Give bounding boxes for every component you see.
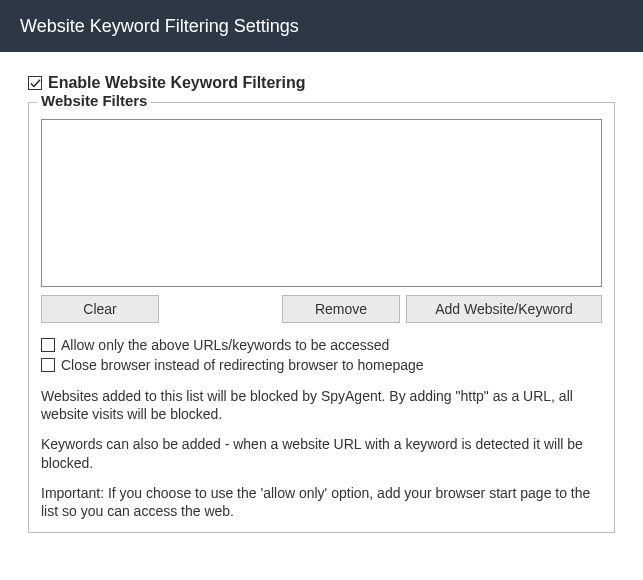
enable-filtering-row: Enable Website Keyword Filtering [28, 74, 615, 92]
allow-only-row: Allow only the above URLs/keywords to be… [41, 337, 602, 353]
titlebar: Website Keyword Filtering Settings [0, 0, 643, 52]
website-filters-group: Website Filters Clear Remove Add Website… [28, 102, 615, 533]
allow-only-label: Allow only the above URLs/keywords to be… [61, 337, 389, 353]
enable-filtering-checkbox[interactable] [28, 76, 42, 90]
enable-filtering-label: Enable Website Keyword Filtering [48, 74, 306, 92]
website-filters-legend: Website Filters [37, 92, 151, 109]
close-browser-label: Close browser instead of redirecting bro… [61, 357, 424, 373]
filters-listbox[interactable] [41, 119, 602, 287]
page-title: Website Keyword Filtering Settings [20, 16, 299, 37]
help-text-keywords: Keywords can also be added - when a webs… [41, 435, 602, 471]
content-area: Enable Website Keyword Filtering Website… [0, 52, 643, 543]
close-browser-row: Close browser instead of redirecting bro… [41, 357, 602, 373]
add-website-keyword-button[interactable]: Add Website/Keyword [406, 295, 602, 323]
help-text-blocked: Websites added to this list will be bloc… [41, 387, 602, 423]
filters-buttons: Clear Remove Add Website/Keyword [41, 295, 602, 323]
remove-button[interactable]: Remove [282, 295, 400, 323]
filter-options: Allow only the above URLs/keywords to be… [41, 337, 602, 373]
close-browser-checkbox[interactable] [41, 358, 55, 372]
check-icon [30, 78, 41, 89]
settings-window: Website Keyword Filtering Settings Enabl… [0, 0, 643, 580]
clear-button[interactable]: Clear [41, 295, 159, 323]
allow-only-checkbox[interactable] [41, 338, 55, 352]
help-text-important: Important: If you choose to use the 'all… [41, 484, 602, 520]
